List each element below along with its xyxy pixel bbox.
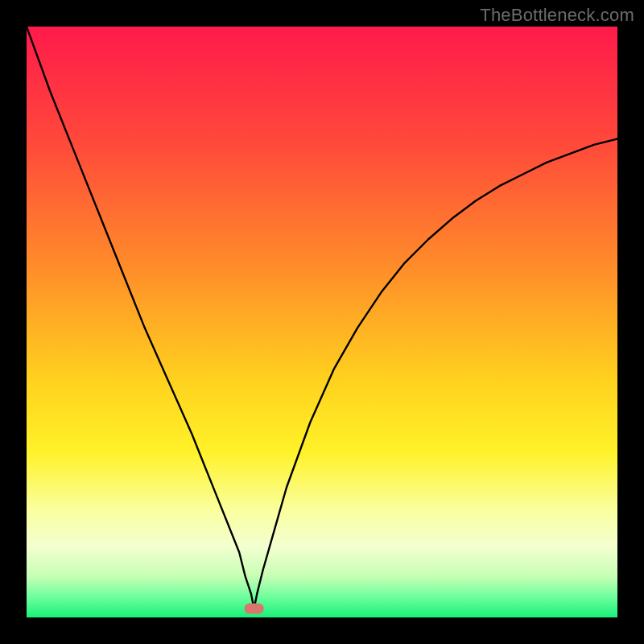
minimum-marker-icon — [245, 603, 264, 613]
plot-area — [27, 27, 617, 617]
gradient-background — [27, 27, 617, 617]
watermark-text: TheBottleneck.com — [480, 5, 634, 26]
chart-svg — [27, 27, 617, 617]
chart-frame: TheBottleneck.com — [0, 0, 644, 644]
